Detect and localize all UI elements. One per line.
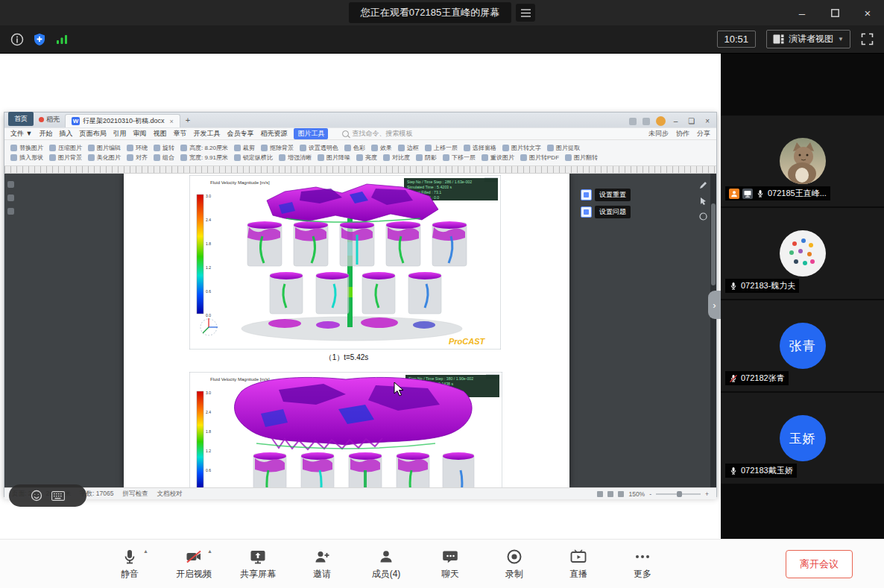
wps-minimize-button[interactable]: – [672, 117, 681, 125]
members-button[interactable]: 成员(4) [367, 548, 405, 581]
simulation-figure-1[interactable]: Fluid Velocity Magnitude [m/s] Step No /… [189, 175, 501, 353]
ribbon-button[interactable]: 图片背景 [49, 154, 82, 162]
view-mode-selector[interactable]: 演讲者视图 ▼ [766, 30, 850, 48]
sidebar-collapse-handle[interactable]: › [708, 291, 721, 319]
ribbon-button[interactable]: 边框 [398, 144, 419, 152]
share-button[interactable]: 分享 [697, 129, 710, 139]
ribbon-button[interactable]: 图片转PDF [520, 154, 559, 162]
zoom-slider[interactable] [656, 493, 701, 495]
menu-member[interactable]: 会员专享 [227, 129, 253, 139]
emoji-reaction-button[interactable] [31, 490, 42, 502]
ribbon-button[interactable]: 压缩图片 [49, 144, 82, 152]
wps-layout-icon[interactable] [629, 118, 637, 125]
participant-tile-presenter[interactable]: 072185王直峰... [721, 116, 884, 206]
participant-tile[interactable]: 张青 072182张青 [721, 300, 884, 391]
menu-developer[interactable]: 开发工具 [193, 129, 220, 139]
float-tool-tag-2[interactable]: 设置问题 [581, 206, 631, 218]
wps-restore-button[interactable]: ❏ [686, 117, 697, 125]
ribbon-button[interactable]: 设置透明色 [300, 144, 338, 152]
shield-health-icon[interactable] [34, 33, 45, 46]
ribbon-button[interactable]: 高度: 8.20厘米 [180, 144, 228, 152]
close-button[interactable]: × [851, 0, 884, 25]
ribbon-button[interactable]: 色彩 [344, 144, 365, 152]
start-video-button[interactable]: ▲ 开启视频 [175, 548, 212, 581]
ribbon-button[interactable]: 上移一层 [425, 144, 458, 152]
ribbon-button[interactable]: 插入形状 [10, 154, 43, 162]
minimize-button[interactable]: – [786, 0, 818, 25]
cursor-tool-icon[interactable] [699, 197, 707, 205]
view-mode-icon[interactable] [607, 491, 613, 497]
record-button[interactable]: 录制 [496, 548, 533, 581]
ribbon-button[interactable]: 宽度: 9.91厘米 [180, 154, 228, 162]
ribbon-button[interactable]: 裁剪 [234, 144, 255, 152]
participant-tile[interactable]: 072183-魏力夫 [721, 208, 884, 299]
ribbon-button[interactable]: 增强清晰 [279, 154, 312, 162]
network-signal-icon[interactable] [55, 34, 69, 45]
zoom-slider-thumb[interactable] [677, 491, 682, 497]
ribbon-button[interactable]: 图片翻转 [565, 154, 598, 162]
wps-docer-tab[interactable]: 稻壳 [37, 115, 65, 127]
chat-button[interactable]: 聊天 [432, 548, 469, 581]
ribbon-button[interactable]: 图片降噪 [318, 154, 350, 162]
ribbon-button[interactable]: 图片编辑 [88, 144, 121, 152]
menu-page-layout[interactable]: 页面布局 [79, 129, 106, 139]
document-scrollbar[interactable] [710, 174, 716, 487]
menu-view[interactable]: 视图 [153, 129, 166, 139]
menu-review[interactable]: 审阅 [133, 129, 146, 139]
invite-button[interactable]: 邀请 [303, 548, 341, 581]
menu-section[interactable]: 章节 [173, 129, 186, 139]
ribbon-button[interactable]: 图片提取 [547, 144, 580, 152]
more-button[interactable]: 更多 [624, 548, 661, 581]
ribbon-button[interactable]: 亮度 [356, 154, 377, 162]
ribbon-button[interactable]: 对比度 [383, 154, 410, 162]
menu-references[interactable]: 引用 [113, 129, 126, 139]
collaborate-button[interactable]: 协作 [676, 129, 689, 139]
ribbon-button[interactable]: 效果 [371, 144, 392, 152]
sync-status[interactable]: 未同步 [648, 129, 669, 139]
menu-docer-res[interactable]: 稻壳资源 [260, 129, 287, 139]
doc-left-toolbar[interactable] [7, 181, 14, 215]
ribbon-button[interactable]: 选择窗格 [464, 144, 496, 152]
zoom-in-button[interactable]: + [705, 490, 709, 498]
ribbon-button[interactable]: 锁定纵横比 [234, 154, 273, 162]
ribbon-button[interactable]: 下移一层 [443, 154, 476, 162]
ribbon-button[interactable]: 组合 [154, 154, 174, 162]
wps-notify-icon[interactable] [643, 118, 650, 125]
participant-tile[interactable]: 玉娇 072183戴玉娇 [721, 393, 884, 484]
wps-user-avatar[interactable] [656, 116, 666, 126]
simulation-figure-2[interactable]: Fluid Velocity Magnitude [m/s] Step No /… [189, 372, 502, 487]
ribbon-button[interactable]: 图片转文字 [502, 144, 541, 152]
new-tab-button[interactable]: + [180, 116, 195, 127]
fullscreen-button[interactable] [861, 33, 874, 45]
ribbon-button[interactable]: 替换图片 [10, 144, 43, 152]
ribbon-button[interactable]: 对齐 [127, 154, 148, 162]
doc-right-toolbar[interactable] [699, 181, 707, 221]
hand-tool-icon[interactable] [699, 212, 707, 221]
zoom-out-button[interactable]: - [649, 490, 651, 498]
info-icon[interactable] [10, 33, 24, 46]
pencil-icon[interactable] [699, 181, 707, 189]
menu-picture-tools-active[interactable]: 图片工具 [294, 128, 328, 139]
keyboard-shortcut-button[interactable] [51, 491, 65, 501]
wps-home-tab[interactable]: 首页 [8, 112, 34, 126]
menu-file[interactable]: 文件 ▼ [10, 129, 32, 139]
ribbon-button[interactable]: 环绕 [127, 144, 148, 152]
view-mode-icon[interactable] [597, 491, 603, 497]
ribbon-button[interactable]: 重设图片 [482, 154, 514, 162]
command-search[interactable]: 查找命令、搜索模板 [342, 129, 412, 139]
live-button[interactable]: 直播 [560, 548, 597, 581]
video-options-caret[interactable]: ▲ [207, 549, 212, 554]
wps-close-button[interactable]: × [703, 117, 712, 125]
mute-button[interactable]: ▲ 静音 [111, 548, 148, 581]
scrollbar-thumb[interactable] [711, 203, 716, 285]
view-mode-icon[interactable] [618, 491, 624, 497]
share-screen-button[interactable]: 共享屏幕 [239, 548, 277, 581]
menu-insert[interactable]: 插入 [59, 129, 72, 139]
ribbon-button[interactable]: 美化图片 [88, 154, 121, 162]
mic-options-caret[interactable]: ▲ [143, 549, 148, 554]
ribbon-button[interactable]: 阴影 [416, 154, 437, 162]
ribbon-button[interactable]: 旋转 [154, 144, 174, 152]
title-menu-button[interactable] [516, 4, 535, 22]
leave-meeting-button[interactable]: 离开会议 [786, 550, 853, 578]
wps-document-tab[interactable]: W 行星架20210310-初稿.docx × [65, 114, 180, 127]
